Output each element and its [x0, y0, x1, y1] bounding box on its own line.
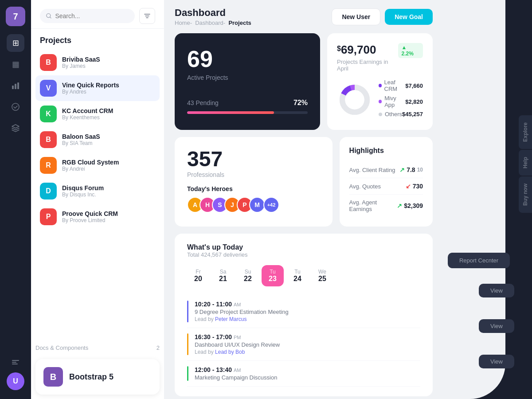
svg-rect-1 [15, 84, 16, 89]
filter-icon [144, 13, 150, 19]
nav-settings[interactable] [7, 353, 24, 371]
progress-bar [187, 111, 308, 114]
project-name-0: Briviba SaaS [62, 56, 155, 63]
earnings-card: $69,700 Projects Earnings in April ▲ 2.2… [327, 33, 433, 130]
project-icon-6: P [40, 208, 57, 225]
bootstrap-card[interactable]: B Bootstrap 5 [35, 359, 160, 395]
event-border-0 [187, 301, 188, 322]
project-sub-4: By Andrei [62, 166, 155, 172]
project-sub-1: By Andres [62, 89, 155, 95]
cal-day-5[interactable]: We 25 [311, 265, 333, 286]
user-avatar-bottom[interactable]: U [7, 372, 24, 390]
heroes-section: Today's Heroes AHSJPM+42 [187, 185, 320, 213]
docs-row: Docs & Components 2 [31, 341, 164, 355]
topbar: Dashboard Home- Dashboard- Projects New … [164, 0, 443, 33]
project-item-3[interactable]: B Baloon SaaS By SIA Team [35, 127, 160, 153]
view-button-2[interactable]: View [479, 319, 514, 333]
earnings-number: 69,700 [341, 43, 376, 56]
svg-rect-4 [12, 360, 19, 361]
project-item-0[interactable]: B Briviba SaaS By James [35, 50, 160, 75]
highlight-row-0: Avg. Client Rating ↗ 7.8 10 [349, 162, 423, 178]
highlight-val-2: ↗ $2,309 [397, 202, 423, 209]
row-1: 69 Active Projects 43 Pending 72% $69,70… [175, 33, 433, 130]
event-time-2: 12:00 - 13:40 AM [195, 366, 277, 373]
event-ampm-1: PM [234, 335, 241, 340]
highlight-arrow-0: ↗ [399, 166, 405, 173]
event-border-1 [187, 333, 188, 355]
donut-row: Leaf CRM $7,660 Mivy App $2,820 Others $… [337, 79, 423, 120]
cal-day-0[interactable]: Fr 20 [187, 265, 209, 286]
earnings-amount: $69,700 [337, 43, 398, 57]
today-title: What's up Today [187, 243, 420, 251]
project-info-0: Briviba SaaS By James [62, 56, 155, 69]
breadcrumb: Home- Dashboard- Projects [175, 20, 251, 26]
active-projects-label: Active Projects [187, 74, 308, 81]
event-time-1: 16:30 - 17:00 PM [195, 333, 280, 340]
new-goal-button[interactable]: New Goal [385, 9, 433, 25]
project-sub-6: By Proove Limited [62, 217, 155, 223]
nav-grid[interactable]: ▦ [7, 55, 24, 73]
project-item-2[interactable]: K KC Account CRM By Keenthemes [35, 101, 160, 127]
side-tab-0[interactable]: Explore [519, 115, 532, 149]
side-tab-1[interactable]: Help [519, 150, 532, 176]
event-lead-1: Lead by Lead by Bob [195, 349, 280, 355]
new-user-button[interactable]: New User [332, 8, 380, 25]
project-name-4: RGB Cloud System [62, 159, 155, 166]
cal-day-2[interactable]: Su 22 [237, 265, 259, 286]
event-lead-link-1[interactable]: Lead by Bob [215, 349, 245, 355]
project-sub-0: By James [62, 63, 155, 69]
event-content-1: 16:30 - 17:00 PM Dashboard UI/UX Design … [195, 333, 280, 355]
cal-day-num-5: 25 [318, 275, 326, 283]
view-button-1[interactable]: View [479, 284, 514, 297]
nav-avatar[interactable]: 7 [6, 7, 25, 26]
project-item-6[interactable]: P Proove Quick CRM By Proove Limited [35, 204, 160, 230]
project-sub-2: By Keenthemes [62, 114, 155, 121]
report-center-button[interactable]: Report Cecnter [448, 253, 510, 268]
project-sub-5: By Disqus Inc. [62, 192, 155, 198]
progress-fill [187, 111, 274, 114]
nav-layers[interactable] [7, 119, 24, 137]
filter-button[interactable] [139, 8, 155, 24]
legend-item-1: Mivy App $2,820 [379, 95, 423, 108]
calendar-row[interactable]: Fr 20 Sa 21 Su 22 Tu 23 Tu 24 We 25 [187, 265, 420, 286]
page-title: Dashboard [175, 7, 251, 19]
heroes-title: Today's Heroes [187, 185, 320, 192]
view-button-3[interactable]: View [479, 355, 514, 368]
cal-day-1[interactable]: Sa 21 [212, 265, 234, 286]
highlight-val-1: ↙ 730 [406, 183, 423, 190]
event-lead-link-0[interactable]: Peter Marcus [215, 316, 246, 322]
cal-day-4[interactable]: Tu 24 [286, 265, 309, 286]
cal-day-name-4: Tu [294, 269, 301, 275]
nav-check[interactable] [7, 98, 24, 116]
legend-text-2: Others [385, 111, 402, 117]
cal-day-num-0: 20 [194, 275, 202, 283]
event-title-0: 9 Degree Project Estimation Meeting [195, 309, 289, 315]
event-content-0: 10:20 - 11:00 AM 9 Degree Project Estima… [195, 301, 289, 322]
event-2: 12:00 - 13:40 AM Marketing Campaign Disc… [187, 361, 420, 387]
search-box[interactable] [40, 9, 135, 23]
search-input[interactable] [55, 12, 129, 20]
earnings-legend: Leaf CRM $7,660 Mivy App $2,820 Others $… [379, 79, 423, 120]
breadcrumb-current: Projects [228, 20, 251, 26]
project-info-3: Baloon SaaS By SIA Team [62, 133, 155, 146]
project-info-1: Vine Quick Reports By Andres [62, 82, 155, 95]
percent-text: 72% [293, 99, 308, 107]
professionals-count: 357 [187, 147, 320, 171]
side-tab-2[interactable]: Buy now [519, 176, 532, 213]
nav-chart[interactable] [7, 77, 24, 94]
event-title-2: Marketing Campaign Discussion [195, 374, 277, 381]
highlight-arrow-1: ↙ [406, 183, 411, 190]
project-item-1[interactable]: V Vine Quick Reports By Andres [35, 75, 160, 101]
svg-point-3 [12, 103, 19, 110]
nav-dashboard[interactable]: ⊞ [7, 34, 24, 52]
event-content-2: 12:00 - 13:40 AM Marketing Campaign Disc… [195, 366, 277, 381]
main-content: Dashboard Home- Dashboard- Projects New … [164, 0, 443, 399]
event-ampm-2: AM [234, 368, 241, 373]
project-icon-3: B [40, 131, 57, 148]
project-icon-2: K [40, 106, 57, 122]
project-item-5[interactable]: D Disqus Forum By Disqus Inc. [35, 178, 160, 204]
project-info-4: RGB Cloud System By Andrei [62, 159, 155, 172]
active-projects-count: 69 [187, 46, 308, 72]
cal-day-3[interactable]: Tu 23 [262, 265, 284, 286]
project-item-4[interactable]: R RGB Cloud System By Andrei [35, 153, 160, 178]
